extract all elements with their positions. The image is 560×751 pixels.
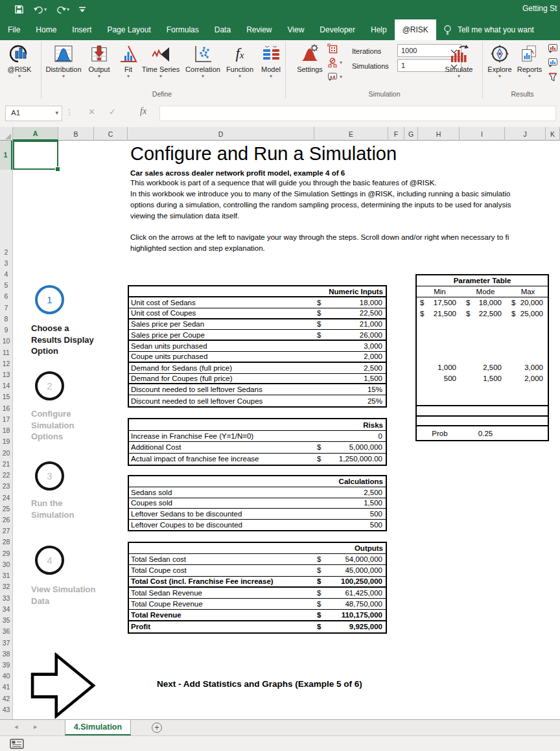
prev-sheet-icon[interactable]: ◂ [14, 722, 18, 731]
reports-button[interactable]: Reports ▾ [513, 43, 546, 79]
menu-tab-page-layout[interactable]: Page Layout [99, 19, 158, 40]
row-header-37[interactable]: 37 [0, 638, 12, 649]
parameter-row[interactable]: 5001,5002,000 [417, 373, 548, 384]
row-header-2[interactable]: 2 [0, 247, 12, 258]
table-row[interactable]: Discount needed to sell leftover Sedans1… [129, 384, 386, 395]
table-row[interactable]: Total Coupe Revenue$48,750,000 [129, 599, 386, 610]
table-row[interactable]: Demand for Sedans (full price)2,500 [129, 363, 386, 374]
function-button[interactable]: fx Function ▾ [222, 43, 258, 79]
circle-slash-icon[interactable]: ▾ [327, 57, 338, 68]
enter-icon[interactable]: ✓ [109, 107, 116, 117]
menu-tab-insert[interactable]: Insert [64, 19, 99, 40]
table-row[interactable]: Increase in Franchise Fee (Y=1/N=0)0 [129, 431, 386, 442]
prob-row[interactable]: Prob0.25 [415, 426, 549, 441]
table-row[interactable]: Total Coupe cost$45,000,000 [129, 565, 386, 576]
menu-tab-data[interactable]: Data [207, 19, 239, 40]
column-header-I[interactable]: I [460, 127, 505, 141]
menu-tab-review[interactable]: Review [239, 19, 279, 40]
simulate-button[interactable]: Simulate ▾ [439, 43, 478, 79]
save-icon[interactable] [14, 5, 24, 14]
correlation-button[interactable]: Correlation ▾ [181, 43, 224, 79]
menu-tab-developer[interactable]: Developer [312, 19, 363, 40]
sheet-tab-4-simulation[interactable]: 4.Simulation [65, 720, 131, 735]
column-header-D[interactable]: D [128, 127, 314, 141]
parameter-row[interactable]: 1,0002,5003,000 [417, 362, 548, 373]
column-header-F[interactable]: F [388, 127, 404, 141]
step-circle-2[interactable]: 2 [35, 371, 64, 400]
table-row[interactable]: Sedans sold2,500 [129, 487, 386, 498]
row-header-23[interactable]: 23 [0, 481, 12, 492]
output-button[interactable]: Output ▾ [84, 43, 114, 79]
row-header-29[interactable]: 29 [0, 548, 12, 559]
select-all-corner[interactable] [0, 127, 13, 141]
empty-row[interactable] [415, 417, 549, 426]
row-header-27[interactable]: 27 [0, 526, 12, 537]
column-header-H[interactable]: H [418, 127, 460, 141]
step-circle-4[interactable]: 4 [35, 546, 64, 575]
table-row[interactable]: Unit cost of Sedans$18,000 [129, 297, 386, 308]
table-row[interactable]: Demand for Coupes (full price)1,500 [129, 374, 386, 385]
row-header-11[interactable]: 11 [0, 347, 12, 358]
parameter-row[interactable]: $17,500$18,000$20,000 [417, 297, 548, 308]
table-row[interactable]: Additional Cost$5,000,000 [129, 442, 386, 453]
table-row[interactable]: Total Revenue$110,175,000 [129, 610, 386, 621]
menu-tab-help[interactable]: Help [363, 19, 395, 40]
model-button[interactable]: Model ▾ [256, 43, 286, 79]
table-row[interactable]: Sales price per Coupe$26,000 [129, 330, 386, 341]
column-header-G[interactable]: G [404, 127, 418, 141]
row-header-10[interactable]: 10 [0, 336, 12, 347]
row-header-18[interactable]: 18 [0, 425, 12, 436]
formula-input[interactable] [159, 106, 556, 121]
row-header-1[interactable]: 1 [0, 141, 12, 170]
name-box[interactable]: A1 ▾ [5, 106, 62, 121]
add-sheet-icon[interactable]: + [152, 722, 162, 733]
row-header-8[interactable]: 8 [0, 314, 12, 325]
row-header-30[interactable]: 30 [0, 559, 12, 570]
row-header-35[interactable]: 35 [0, 615, 12, 626]
table-row[interactable]: Actual impact of franchise fee increase$… [129, 454, 386, 465]
undo-icon[interactable]: ▾ [33, 5, 47, 14]
row-header-4[interactable]: 4 [0, 269, 12, 280]
row-header-39[interactable]: 39 [0, 660, 12, 671]
table-row[interactable]: Coupe units purchased2,000 [129, 352, 386, 363]
row-header-15[interactable]: 15 [0, 391, 12, 402]
graph-callout-icon[interactable]: ▾ [327, 71, 338, 82]
next-sheet-icon[interactable]: ▸ [34, 722, 38, 731]
risk-menu-button[interactable]: @RISK ▾ [1, 43, 38, 79]
row-header-7[interactable]: 7 [0, 303, 12, 314]
distribution-button[interactable]: Distribution ▾ [43, 43, 84, 79]
dice-grid-icon[interactable] [327, 43, 338, 54]
table-row[interactable]: Unit cost of Coupes$22,500 [129, 308, 386, 319]
menu-tab-file[interactable]: File [0, 19, 28, 40]
row-header-22[interactable]: 22 [0, 470, 12, 481]
time-series-button[interactable]: Time Series ▾ [137, 43, 184, 79]
column-header-J[interactable]: J [505, 127, 546, 141]
table-row[interactable]: Coupes sold1,500 [129, 498, 386, 509]
row-header-3[interactable]: 3 [0, 258, 12, 269]
row-header-32[interactable]: 32 [0, 581, 12, 592]
row-header-28[interactable]: 28 [0, 537, 12, 548]
menu-tab--risk[interactable]: @RISK [395, 19, 436, 40]
insert-function-icon[interactable]: fx [140, 106, 146, 117]
step-circle-1[interactable]: 1 [35, 285, 64, 314]
row-header-36[interactable]: 36 [0, 626, 12, 637]
fit-button[interactable]: Fit ▾ [117, 43, 140, 79]
menu-tab-home[interactable]: Home [28, 19, 64, 40]
cancel-icon[interactable]: ✕ [88, 107, 95, 117]
row-header-16[interactable]: 16 [0, 403, 12, 414]
table-row[interactable]: Total Cost (incl. Franchise Fee increase… [129, 577, 386, 588]
empty-row[interactable] [415, 406, 549, 417]
table-row[interactable]: Total Sedan cost$54,000,000 [129, 554, 386, 565]
row-header-43[interactable]: 43 [0, 704, 12, 715]
row-header-41[interactable]: 41 [0, 682, 12, 693]
row-header-24[interactable]: 24 [0, 492, 12, 503]
row-header-42[interactable]: 42 [0, 693, 12, 704]
cell-mode-icon[interactable] [10, 739, 24, 749]
column-header-E[interactable]: E [314, 127, 388, 141]
row-header-6[interactable]: 6 [0, 291, 12, 302]
selected-cell-a1[interactable] [13, 141, 58, 170]
row-header-25[interactable]: 25 [0, 503, 12, 514]
table-row[interactable]: Profit$9,925,000 [129, 621, 386, 632]
formula-bar-handle[interactable]: ⋮ [65, 108, 73, 117]
row-header-20[interactable]: 20 [0, 448, 12, 459]
